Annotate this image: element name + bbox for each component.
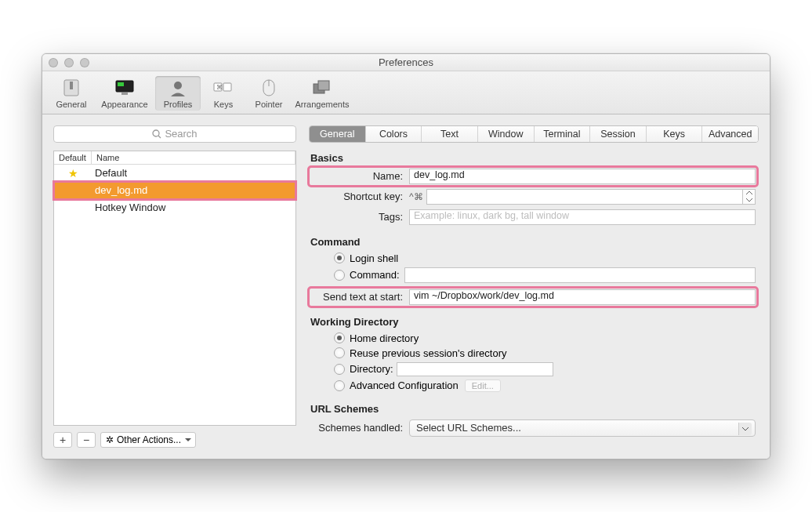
list-item[interactable]: Hotkey Window [54, 199, 295, 216]
name-input[interactable]: dev_log.md [409, 169, 756, 184]
basics-heading: Basics [310, 152, 756, 164]
toolbar: General Appearance Profiles ⌘ Keys Point… [42, 71, 770, 114]
svg-rect-7 [223, 83, 231, 91]
chevron-down-icon [743, 197, 755, 204]
advanced-dir-radio[interactable] [334, 380, 345, 391]
tab-advanced[interactable]: Advanced [702, 126, 758, 142]
zoom-icon[interactable] [80, 58, 89, 67]
command-heading: Command [310, 236, 756, 248]
window-title: Preferences [42, 56, 770, 68]
close-icon[interactable] [49, 58, 58, 67]
svg-line-14 [158, 136, 161, 138]
send-text-input[interactable]: vim ~/Dropbox/work/dev_log.md [409, 289, 756, 305]
url-schemes-heading: URL Schemes [310, 403, 756, 415]
chevron-down-icon [742, 427, 749, 431]
minimize-icon[interactable] [64, 58, 74, 67]
tool-profiles[interactable]: Profiles [155, 76, 201, 111]
tool-appearance[interactable]: Appearance [94, 76, 155, 111]
directory-radio[interactable] [334, 364, 345, 375]
shortcut-stepper[interactable] [743, 189, 756, 205]
schemes-select[interactable]: Select URL Schemes... [409, 419, 756, 437]
chevron-up-icon [743, 190, 755, 197]
svg-rect-1 [70, 82, 73, 89]
star-icon: ★ [68, 167, 78, 180]
workdir-heading: Working Directory [310, 316, 756, 328]
shortcut-label: Shortcut key: [310, 191, 409, 202]
tab-colors[interactable]: Colors [366, 126, 422, 142]
reuse-dir-label: Reuse previous session's directory [350, 347, 506, 359]
svg-rect-3 [118, 82, 124, 86]
send-text-label: Send text at start: [310, 291, 409, 303]
tab-keys[interactable]: Keys [647, 126, 703, 142]
tab-text[interactable]: Text [422, 126, 478, 142]
gear-icon: ✲ [106, 434, 114, 445]
advanced-dir-label: Advanced Configuration [350, 379, 459, 391]
tool-arrangements[interactable]: Arrangements [292, 76, 353, 111]
login-shell-radio[interactable] [334, 252, 345, 263]
search-input[interactable]: Search [53, 125, 296, 143]
preferences-window: Preferences General Appearance Profiles … [42, 53, 770, 459]
name-row: Name: dev_log.md [310, 169, 756, 184]
profile-icon [166, 78, 190, 98]
tab-session[interactable]: Session [590, 126, 647, 142]
shortcut-modifiers: ^⌘ [409, 191, 423, 202]
profile-list: Default Name ★ Default dev_log.md [53, 151, 296, 426]
shortcut-input[interactable] [426, 189, 743, 205]
name-label: Name: [310, 170, 409, 182]
keys-icon: ⌘ [212, 78, 235, 98]
monitor-icon [113, 78, 136, 98]
list-item[interactable]: ★ Default [54, 165, 295, 182]
command-input[interactable] [404, 267, 756, 283]
svg-text:⌘: ⌘ [216, 84, 223, 91]
command-radio[interactable] [334, 270, 345, 281]
column-name[interactable]: Name [92, 151, 295, 164]
column-default[interactable]: Default [54, 151, 92, 164]
svg-point-13 [153, 130, 159, 136]
tab-window[interactable]: Window [478, 126, 535, 142]
other-actions-menu[interactable]: ✲ Other Actions... [100, 432, 196, 448]
tags-input[interactable]: Example: linux, dark bg, tall window [409, 209, 756, 225]
login-shell-label: Login shell [350, 252, 398, 264]
directory-label: Directory: [350, 363, 393, 375]
svg-rect-4 [121, 93, 128, 95]
tab-general[interactable]: General [310, 126, 366, 142]
tags-label: Tags: [310, 211, 409, 223]
tab-terminal[interactable]: Terminal [535, 126, 591, 142]
switch-icon [60, 78, 83, 98]
mouse-icon [257, 78, 281, 98]
tool-general[interactable]: General [49, 76, 94, 111]
edit-button[interactable]: Edit... [465, 379, 501, 392]
home-dir-label: Home directory [350, 332, 419, 344]
send-text-row: Send text at start: vim ~/Dropbox/work/d… [310, 289, 756, 305]
command-label: Command: [350, 269, 400, 281]
remove-profile-button[interactable]: − [77, 432, 96, 448]
home-dir-radio[interactable] [334, 332, 345, 343]
add-profile-button[interactable]: + [53, 432, 72, 448]
profile-tabs: General Colors Text Window Terminal Sess… [309, 125, 759, 143]
windows-icon [310, 78, 334, 98]
svg-rect-12 [318, 81, 329, 90]
reuse-dir-radio[interactable] [334, 347, 345, 358]
tool-pointer[interactable]: Pointer [246, 76, 292, 111]
svg-point-5 [174, 82, 182, 89]
list-item[interactable]: dev_log.md [54, 182, 295, 199]
directory-input[interactable] [397, 362, 553, 376]
search-icon [152, 129, 161, 139]
schemes-label: Schemes handled: [310, 422, 409, 434]
titlebar: Preferences [42, 54, 770, 71]
tool-keys[interactable]: ⌘ Keys [201, 76, 246, 111]
